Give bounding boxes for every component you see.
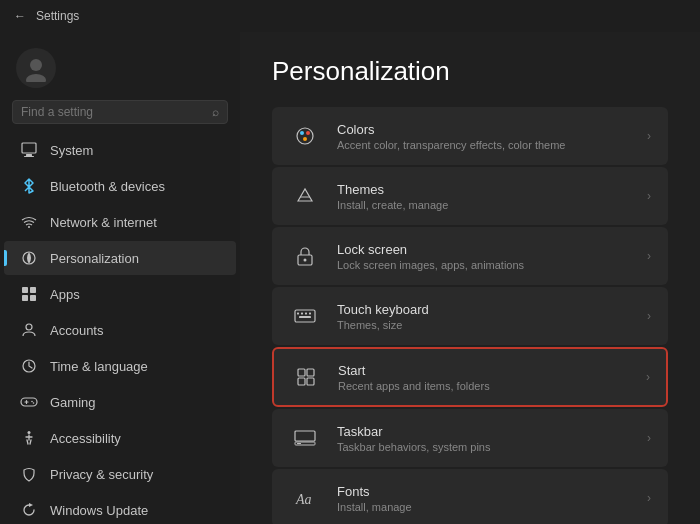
svg-point-20 (303, 137, 307, 141)
sidebar-item-label: Time & language (50, 359, 148, 374)
sidebar-item-label: Network & internet (50, 215, 157, 230)
sidebar: ⌕ System Bluetooth & devices Network & i… (0, 32, 240, 524)
page-title: Personalization (272, 56, 668, 87)
svg-rect-13 (21, 398, 37, 406)
colors-icon (289, 120, 321, 152)
arrow-icon: › (647, 309, 651, 323)
settings-item-touchkeyboard[interactable]: Touch keyboard Themes, size › (272, 287, 668, 345)
settings-item-lockscreen[interactable]: Lock screen Lock screen images, apps, an… (272, 227, 668, 285)
svg-rect-8 (30, 287, 36, 293)
settings-item-themes[interactable]: Themes Install, create, manage › (272, 167, 668, 225)
settings-item-start[interactable]: Start Recent apps and items, folders › (272, 347, 668, 407)
settings-item-fonts[interactable]: Aa Fonts Install, manage › (272, 469, 668, 524)
fonts-title: Fonts (337, 484, 631, 499)
svg-point-22 (304, 259, 307, 262)
sidebar-item-gaming[interactable]: Gaming (4, 385, 236, 419)
system-icon (20, 141, 38, 159)
svg-point-15 (33, 402, 35, 404)
sidebar-item-label: Accessibility (50, 431, 121, 446)
svg-rect-2 (22, 143, 36, 153)
privacy-icon (20, 465, 38, 483)
svg-rect-7 (22, 287, 28, 293)
sidebar-item-label: Privacy & security (50, 467, 153, 482)
arrow-icon: › (647, 249, 651, 263)
svg-point-16 (28, 431, 31, 434)
sidebar-item-label: Bluetooth & devices (50, 179, 165, 194)
lockscreen-desc: Lock screen images, apps, animations (337, 259, 631, 271)
svg-point-19 (306, 131, 310, 135)
sidebar-item-label: Accounts (50, 323, 103, 338)
sidebar-item-update[interactable]: Windows Update (4, 493, 236, 524)
avatar (16, 48, 56, 88)
fonts-desc: Install, manage (337, 501, 631, 513)
svg-point-1 (26, 74, 46, 82)
svg-rect-24 (297, 313, 299, 315)
search-input[interactable] (21, 105, 206, 119)
personalization-icon (20, 249, 38, 267)
arrow-icon: › (647, 129, 651, 143)
settings-item-taskbar[interactable]: Taskbar Taskbar behaviors, system pins › (272, 409, 668, 467)
apps-icon (20, 285, 38, 303)
touchkeyboard-icon (289, 300, 321, 332)
start-desc: Recent apps and items, folders (338, 380, 630, 392)
sidebar-item-system[interactable]: System (4, 133, 236, 167)
bluetooth-icon (20, 177, 38, 195)
svg-rect-26 (305, 313, 307, 315)
colors-desc: Accent color, transparency effects, colo… (337, 139, 631, 151)
search-icon: ⌕ (212, 105, 219, 119)
svg-point-5 (28, 226, 30, 228)
taskbar-icon (289, 422, 321, 454)
svg-rect-32 (307, 378, 314, 385)
sidebar-item-accounts[interactable]: Accounts (4, 313, 236, 347)
back-button[interactable]: ← (12, 8, 28, 24)
svg-rect-29 (298, 369, 305, 376)
svg-rect-27 (309, 313, 311, 315)
themes-icon (289, 180, 321, 212)
arrow-icon: › (647, 431, 651, 445)
svg-rect-10 (30, 295, 36, 301)
sidebar-item-accessibility[interactable]: Accessibility (4, 421, 236, 455)
lockscreen-title: Lock screen (337, 242, 631, 257)
gaming-icon (20, 393, 38, 411)
svg-point-17 (297, 128, 313, 144)
taskbar-desc: Taskbar behaviors, system pins (337, 441, 631, 453)
accounts-icon (20, 321, 38, 339)
svg-rect-31 (298, 378, 305, 385)
svg-point-18 (300, 131, 304, 135)
sidebar-item-apps[interactable]: Apps (4, 277, 236, 311)
sidebar-item-label: Gaming (50, 395, 96, 410)
accessibility-icon (20, 429, 38, 447)
svg-point-14 (31, 401, 33, 403)
sidebar-item-time[interactable]: Time & language (4, 349, 236, 383)
sidebar-item-label: System (50, 143, 93, 158)
sidebar-item-bluetooth[interactable]: Bluetooth & devices (4, 169, 236, 203)
svg-point-0 (30, 59, 42, 71)
svg-rect-9 (22, 295, 28, 301)
arrow-icon: › (647, 491, 651, 505)
themes-desc: Install, create, manage (337, 199, 631, 211)
time-icon (20, 357, 38, 375)
taskbar-title: Taskbar (337, 424, 631, 439)
update-icon (20, 501, 38, 519)
svg-point-11 (26, 324, 32, 330)
sidebar-item-label: Apps (50, 287, 80, 302)
svg-rect-4 (24, 156, 34, 157)
title-bar: ← Settings (0, 0, 700, 32)
search-box[interactable]: ⌕ (12, 100, 228, 124)
main-layout: ⌕ System Bluetooth & devices Network & i… (0, 32, 700, 524)
touchkeyboard-title: Touch keyboard (337, 302, 631, 317)
content-area: Personalization Colors Accent color, tra… (240, 32, 700, 524)
svg-rect-35 (297, 443, 301, 444)
themes-title: Themes (337, 182, 631, 197)
svg-rect-25 (301, 313, 303, 315)
sidebar-item-network[interactable]: Network & internet (4, 205, 236, 239)
sidebar-item-label: Windows Update (50, 503, 148, 518)
svg-rect-3 (26, 154, 32, 156)
svg-text:Aa: Aa (295, 492, 312, 507)
arrow-icon: › (646, 370, 650, 384)
sidebar-item-personalization[interactable]: Personalization (4, 241, 236, 275)
start-title: Start (338, 363, 630, 378)
sidebar-item-privacy[interactable]: Privacy & security (4, 457, 236, 491)
settings-item-colors[interactable]: Colors Accent color, transparency effect… (272, 107, 668, 165)
settings-list: Colors Accent color, transparency effect… (272, 107, 668, 524)
